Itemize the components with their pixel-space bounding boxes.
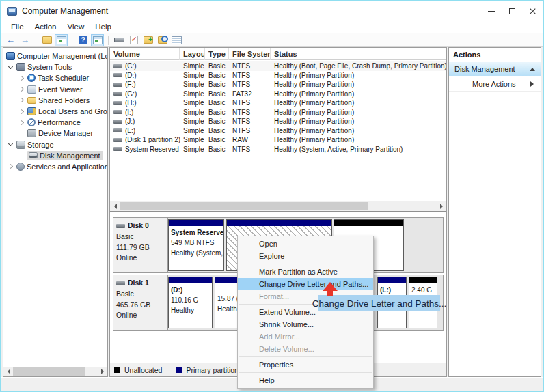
volume-list-header: Volume Layout Type File System Status	[110, 48, 446, 60]
menu-item-properties[interactable]: Properties	[238, 359, 373, 371]
col-volume[interactable]: Volume	[110, 48, 180, 60]
console-tree-pane: Computer Management (Local System Tools …	[3, 47, 108, 377]
tree-item-shared-folders[interactable]: Shared Folders	[3, 95, 107, 106]
volume-icon	[113, 73, 122, 77]
scroll-left-icon[interactable]	[3, 367, 13, 376]
tree-item-computer-management[interactable]: Computer Management (Local	[3, 51, 107, 61]
table-row[interactable]: (Disk 1 partition 2) SimpleBasicRAWHealt…	[110, 135, 446, 145]
scrollbar-thumb[interactable]	[13, 367, 85, 376]
console-tree-button[interactable]	[40, 34, 53, 46]
tree-item-device-manager[interactable]: Device Manager	[3, 128, 107, 139]
menu-item-add-mirror[interactable]: Add Mirror...	[238, 331, 373, 343]
actions-disk-management[interactable]: Disk Management	[449, 61, 541, 76]
table-row[interactable]: (G:) SimpleBasicFAT32Healthy (Primary Pa…	[110, 89, 446, 99]
tree-item-disk-management[interactable]: Disk Management	[3, 150, 107, 161]
col-status[interactable]: Status	[271, 48, 446, 60]
back-icon: ←	[6, 36, 15, 44]
scrollbar-thumb[interactable]	[120, 202, 368, 210]
tree-item-performance[interactable]: Performance	[3, 117, 107, 128]
details-view-button[interactable]	[170, 34, 183, 46]
scroll-right-icon[interactable]	[98, 367, 107, 376]
add-folder-button[interactable]	[141, 34, 154, 46]
task-scheduler-icon	[27, 74, 36, 82]
table-row[interactable]: (D:) SimpleBasicNTFSHealthy (Primary Par…	[110, 71, 446, 81]
tree-item-services-and-applications[interactable]: Services and Applications	[3, 161, 107, 172]
device-manager-icon	[27, 129, 36, 137]
disk-icon	[116, 281, 125, 285]
menu-help[interactable]: Help	[90, 21, 117, 32]
menu-item-shrink-volume[interactable]: Shrink Volume...	[238, 318, 373, 331]
tree-item-event-viewer[interactable]: Event Viewer	[3, 84, 107, 95]
tree-horizontal-scrollbar[interactable]	[3, 367, 107, 376]
table-row[interactable]: System Reserved (K:) SimpleBasicNTFSHeal…	[110, 145, 446, 154]
chevron-collapsed-icon	[18, 98, 23, 102]
table-row[interactable]: (F:) SimpleBasicNTFSHealthy (Primary Par…	[110, 80, 446, 89]
volume-icon	[113, 147, 122, 151]
unallocated-legend-swatch	[114, 367, 120, 373]
maximize-button[interactable]	[502, 1, 522, 20]
system-tools-icon	[16, 63, 25, 71]
annotation-callout: Change Drive Letter and Paths...	[318, 295, 440, 311]
menu-item-explore[interactable]: Explore	[238, 250, 373, 262]
console-window-button[interactable]	[55, 34, 68, 46]
chevron-collapsed-icon	[18, 120, 23, 125]
chevron-collapsed-icon	[18, 87, 23, 92]
storage-icon	[16, 141, 25, 149]
col-layout[interactable]: Layout	[180, 48, 205, 60]
disk-management-icon	[29, 152, 38, 158]
tree-item-system-tools[interactable]: System Tools	[3, 61, 107, 72]
volume-icon	[113, 138, 122, 142]
collapse-icon[interactable]	[530, 65, 535, 71]
shared-folders-icon	[27, 97, 36, 104]
menu-view[interactable]: View	[62, 21, 90, 32]
table-row[interactable]: (I:) SimpleBasicNTFSHealthy (Primary Par…	[110, 108, 446, 117]
disk-view-button[interactable]	[113, 34, 126, 46]
col-file-system[interactable]: File System	[229, 48, 271, 60]
find-folder-button[interactable]	[156, 34, 169, 46]
close-button[interactable]	[522, 1, 543, 20]
volume-list-horizontal-scrollbar[interactable]	[110, 201, 446, 211]
minimize-icon	[488, 11, 495, 12]
primary-partition-legend-swatch	[176, 367, 182, 373]
table-row[interactable]: (J:) SimpleBasicNTFSHealthy (Primary Par…	[110, 117, 446, 126]
console-tree: Computer Management (Local System Tools …	[3, 48, 107, 367]
menu-item-delete-volume[interactable]: Delete Volume...	[238, 343, 373, 355]
event-viewer-icon	[27, 85, 36, 94]
table-row[interactable]: (H:) SimpleBasicNTFSHealthy (Primary Par…	[110, 98, 446, 108]
help-button[interactable]	[77, 34, 90, 46]
find-folder-icon	[158, 36, 167, 44]
check-disk-button[interactable]	[127, 34, 140, 46]
app-icon	[7, 7, 17, 16]
forward-button[interactable]: →	[18, 34, 31, 46]
back-button[interactable]: ←	[4, 34, 17, 46]
primary-partition-bar	[378, 277, 406, 283]
disk-0-label[interactable]: Disk 0 Basic 111.79 GB Online	[113, 218, 168, 272]
partition-d[interactable]: (D:) 110.16 G Healthy	[168, 277, 213, 328]
menu-item-change-drive-letter[interactable]: Change Drive Letter and Paths...	[238, 278, 373, 290]
console-window-button-2[interactable]	[91, 34, 104, 46]
scroll-right-icon[interactable]	[437, 201, 446, 211]
tree-item-task-scheduler[interactable]: Task Scheduler	[3, 72, 107, 83]
forward-icon: →	[21, 36, 29, 44]
menu-item-open[interactable]: Open	[238, 238, 373, 250]
volume-icon	[113, 110, 122, 114]
table-row[interactable]: (L:) SimpleBasicNTFSHealthy (Primary Par…	[110, 126, 446, 136]
disk-1-label[interactable]: Disk 1 Basic 465.76 GB Online	[113, 275, 168, 330]
table-row[interactable]: (C:) SimpleBasicNTFSHealthy (Boot, Page …	[110, 61, 446, 71]
menu-file[interactable]: File	[5, 21, 29, 32]
col-type[interactable]: Type	[205, 48, 229, 60]
volume-rows: (C:) SimpleBasicNTFSHealthy (Boot, Page …	[110, 60, 446, 201]
scroll-left-icon[interactable]	[110, 201, 120, 211]
menu-item-mark-partition-active[interactable]: Mark Partition as Active	[238, 266, 373, 278]
partition-context-menu: Open Explore Mark Partition as Active Ch…	[237, 236, 374, 389]
tree-item-storage[interactable]: Storage	[3, 139, 107, 150]
tree-item-local-users-and-groups[interactable]: Local Users and Groups	[3, 106, 107, 117]
minimize-button[interactable]	[481, 1, 502, 20]
menu-item-help[interactable]: Help	[238, 374, 373, 387]
volume-icon	[113, 101, 122, 105]
actions-more-actions[interactable]: More Actions	[449, 76, 541, 92]
primary-partition-bar	[169, 277, 212, 283]
menu-action[interactable]: Action	[29, 21, 62, 32]
partition-system-reserved[interactable]: System Reserve 549 MB NTFS Healthy (Syst…	[168, 219, 224, 271]
chevron-collapsed-icon	[18, 76, 23, 81]
